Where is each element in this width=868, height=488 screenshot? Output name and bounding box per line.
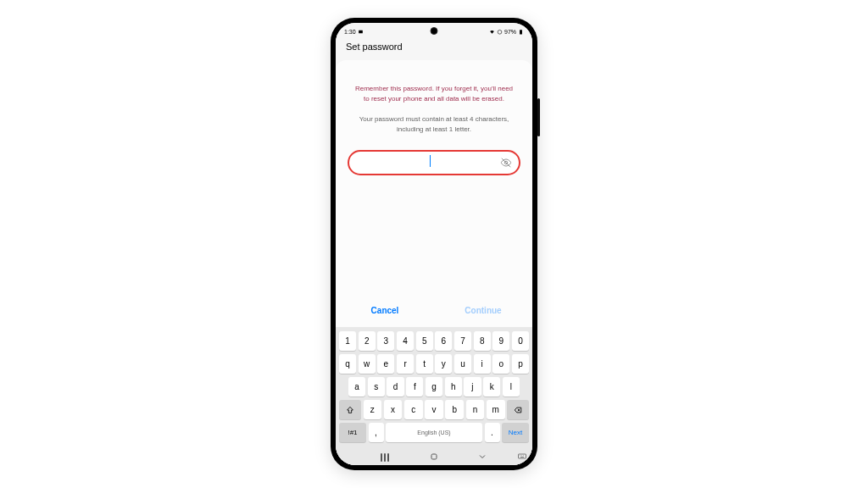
camera-notch	[431, 27, 438, 35]
key-z[interactable]: z	[364, 400, 382, 419]
keyboard-row-5: !#1 , English (US) . Next	[338, 423, 530, 442]
key-8[interactable]: 8	[474, 331, 491, 351]
phone-screen: 1:30 97% Set password Remember this pass…	[336, 23, 532, 465]
key-q[interactable]: q	[339, 354, 356, 374]
key-p[interactable]: p	[512, 354, 529, 374]
keyboard-row-2: qwertyuiop	[338, 354, 530, 374]
keyboard: 1234567890 qwertyuiop asdfghjkl zxcvbnm …	[336, 327, 532, 448]
key-d[interactable]: d	[387, 377, 403, 396]
key-e[interactable]: e	[377, 354, 394, 374]
warning-text: Remember this password. If you forget it…	[346, 84, 522, 104]
key-u[interactable]: u	[454, 354, 471, 374]
nav-bar	[336, 448, 532, 465]
svg-rect-8	[519, 454, 526, 458]
key-4[interactable]: 4	[397, 331, 414, 351]
key-n[interactable]: n	[466, 400, 485, 419]
key-s[interactable]: s	[368, 377, 385, 396]
key-b[interactable]: b	[445, 400, 464, 419]
svg-rect-2	[520, 30, 522, 34]
key-3[interactable]: 3	[377, 331, 394, 351]
key-7[interactable]: 7	[454, 331, 471, 351]
key-x[interactable]: x	[384, 400, 403, 419]
space-key[interactable]: English (US)	[386, 423, 482, 442]
page-title: Set password	[336, 38, 532, 60]
backspace-key[interactable]	[507, 400, 529, 419]
content-area: Remember this password. If you forget it…	[336, 60, 532, 294]
svg-rect-0	[359, 30, 363, 34]
key-a[interactable]: a	[348, 377, 365, 396]
keyboard-row-1: 1234567890	[338, 331, 530, 351]
key-6[interactable]: 6	[435, 331, 452, 351]
key-j[interactable]: j	[464, 377, 481, 396]
key-h[interactable]: h	[445, 377, 462, 396]
continue-button: Continue	[434, 302, 532, 319]
svg-rect-7	[431, 454, 437, 459]
key-r[interactable]: r	[397, 354, 414, 374]
alarm-icon	[497, 29, 503, 35]
password-input[interactable]	[359, 152, 500, 174]
key-c[interactable]: c	[404, 400, 423, 419]
text-cursor	[430, 155, 431, 167]
nav-home-button[interactable]	[429, 452, 439, 462]
key-f[interactable]: f	[406, 377, 423, 396]
status-misc-icon	[358, 29, 364, 35]
symbols-key[interactable]: !#1	[339, 423, 366, 442]
keyboard-row-3: asdfghjkl	[338, 377, 530, 396]
key-v[interactable]: v	[425, 400, 443, 419]
key-1[interactable]: 1	[339, 331, 356, 351]
key-i[interactable]: i	[474, 354, 491, 374]
phone-side-button	[537, 98, 540, 136]
eye-hidden-icon[interactable]	[500, 157, 512, 169]
battery-icon	[518, 29, 524, 35]
key-k[interactable]: k	[483, 377, 500, 396]
svg-point-1	[498, 30, 502, 34]
comma-key[interactable]: ,	[369, 423, 384, 442]
battery-percent: 97%	[504, 29, 516, 35]
wifi-icon	[489, 29, 495, 35]
shift-icon	[346, 406, 354, 414]
keyboard-row-4: zxcvbnm	[338, 400, 530, 419]
key-5[interactable]: 5	[416, 331, 433, 351]
key-2[interactable]: 2	[359, 331, 376, 351]
backspace-icon	[513, 406, 523, 414]
key-0[interactable]: 0	[512, 331, 529, 351]
nav-back-button[interactable]	[477, 452, 487, 462]
status-time: 1:30	[344, 29, 356, 35]
key-t[interactable]: t	[416, 354, 433, 374]
action-buttons: Cancel Continue	[336, 294, 532, 327]
key-9[interactable]: 9	[492, 331, 509, 351]
key-y[interactable]: y	[435, 354, 452, 374]
period-key[interactable]: .	[485, 423, 500, 442]
cancel-button[interactable]: Cancel	[336, 302, 434, 319]
hint-text: Your password must contain at least 4 ch…	[346, 114, 522, 135]
key-w[interactable]: w	[359, 354, 376, 374]
key-m[interactable]: m	[487, 400, 505, 419]
phone-frame: 1:30 97% Set password Remember this pass…	[331, 18, 537, 470]
key-o[interactable]: o	[492, 354, 509, 374]
password-input-wrapper[interactable]	[348, 150, 520, 175]
nav-recent-button[interactable]	[381, 453, 391, 460]
shift-key[interactable]	[339, 400, 361, 419]
key-g[interactable]: g	[426, 377, 442, 396]
next-key[interactable]: Next	[502, 423, 529, 442]
keyboard-toggle-icon[interactable]	[517, 452, 527, 462]
key-l[interactable]: l	[503, 377, 520, 396]
